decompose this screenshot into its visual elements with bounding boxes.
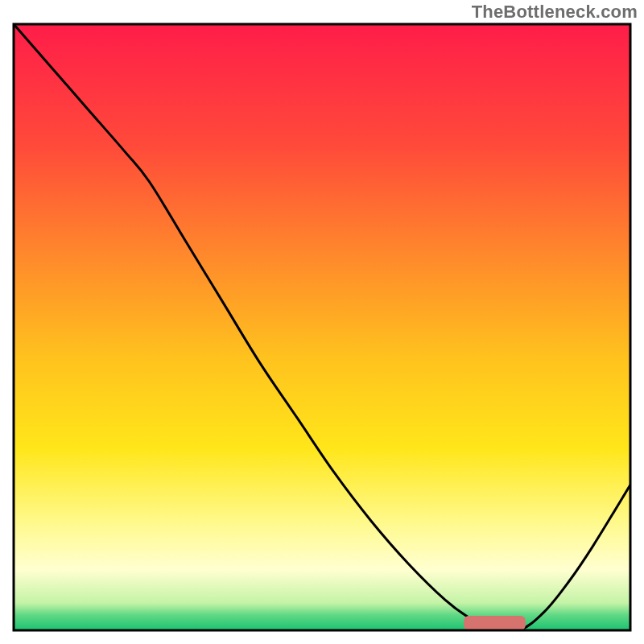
gradient-background: [14, 24, 630, 630]
optimal-marker: [464, 616, 526, 630]
bottleneck-plot: [0, 0, 644, 644]
chart-container: TheBottleneck.com: [0, 0, 644, 644]
